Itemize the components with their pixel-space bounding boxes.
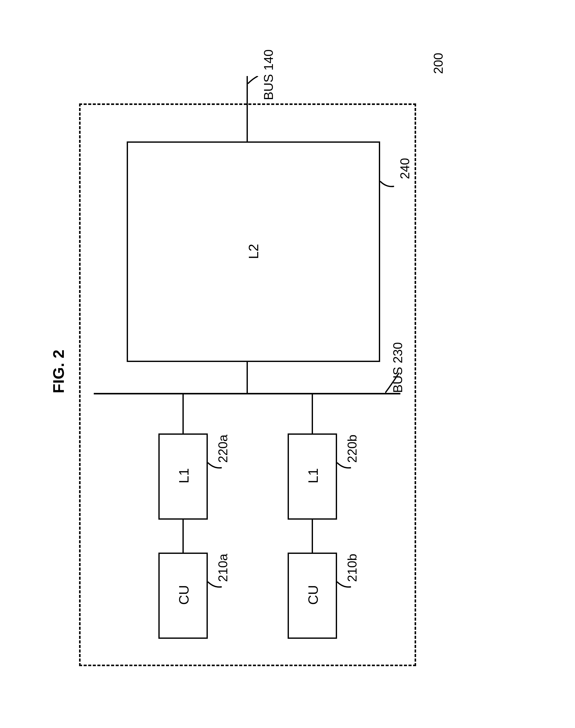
l2-ref: 240 — [399, 153, 411, 184]
l1b-label: L1 — [306, 467, 320, 485]
leader-bus-internal — [385, 373, 405, 395]
l2-to-bus-line — [246, 362, 248, 393]
leader-l2 — [380, 174, 400, 189]
leader-bus-external — [248, 76, 266, 91]
leader-cua — [208, 574, 228, 589]
bus-to-l1a-line — [182, 394, 184, 433]
bus-internal-line — [94, 393, 400, 394]
l1a-to-cua-line — [182, 520, 184, 553]
leader-l1a — [208, 455, 228, 470]
leader-cub — [337, 574, 357, 589]
module-ref: 200 — [432, 48, 445, 78]
l2-label: L2 — [246, 242, 260, 260]
cub-label: CU — [306, 584, 320, 606]
cua-label: CU — [177, 584, 191, 606]
figure-label: FIG. 2 — [49, 346, 67, 397]
l1a-label: L1 — [177, 467, 191, 485]
bus-to-l1b-line — [312, 394, 313, 433]
leader-l1b — [337, 455, 357, 470]
l1b-to-cub-line — [312, 520, 313, 553]
